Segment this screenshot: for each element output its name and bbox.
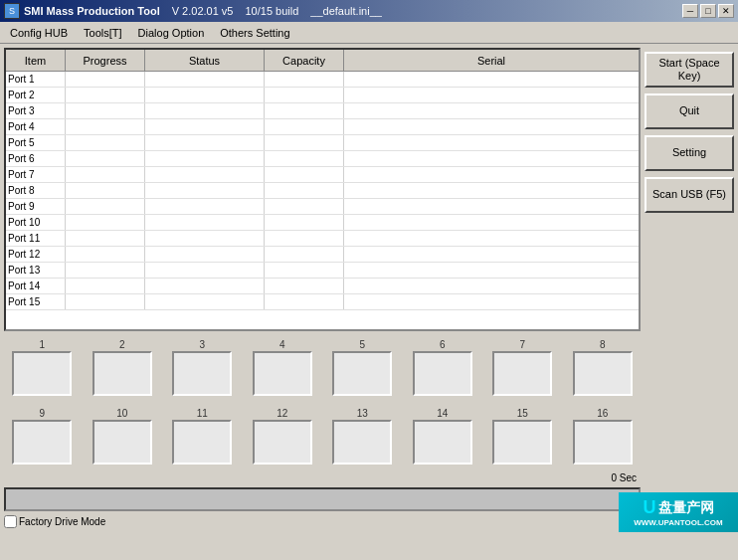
cell-item: Port 4 [6, 119, 66, 134]
setting-button[interactable]: Setting [645, 135, 734, 171]
port-number-5: 5 [359, 339, 365, 350]
cell-serial [344, 119, 639, 134]
port-item-5: 5 [324, 339, 401, 396]
build-text: 10/15 build [245, 5, 298, 17]
cell-status [145, 247, 265, 262]
cell-item: Port 14 [6, 279, 66, 293]
port-item-10: 10 [85, 408, 161, 465]
table-row: Port 4 [6, 119, 639, 135]
port-box-4[interactable] [253, 351, 312, 396]
cell-status [145, 88, 265, 102]
cell-capacity [265, 183, 344, 198]
table-row: Port 2 [6, 88, 639, 103]
port-box-12[interactable] [253, 420, 312, 465]
port-number-13: 13 [357, 408, 368, 419]
cell-status [145, 72, 265, 87]
port-box-10[interactable] [92, 420, 152, 465]
table-row: Port 13 [6, 263, 639, 279]
menu-dialog-option[interactable]: Dialog Option [130, 25, 213, 41]
cell-progress [66, 263, 145, 278]
table-row: Port 3 [6, 103, 639, 119]
cell-progress [66, 167, 145, 182]
cell-progress [66, 231, 145, 246]
port-number-12: 12 [277, 408, 287, 419]
port-box-15[interactable] [492, 420, 552, 465]
minimize-button[interactable]: ─ [682, 4, 698, 18]
cell-serial [344, 183, 639, 198]
cell-progress [66, 119, 145, 134]
menu-others-setting[interactable]: Others Setting [212, 25, 297, 41]
cell-serial [344, 294, 639, 309]
factory-drive-checkbox[interactable] [4, 515, 17, 528]
start-button[interactable]: Start (Space Key) [645, 52, 734, 88]
port-number-14: 14 [437, 408, 448, 419]
title-bar: S SMI Mass Production Tool V 2.02.01 v5 … [0, 0, 738, 22]
port-box-8[interactable] [573, 351, 633, 396]
table-row: Port 8 [6, 183, 639, 199]
port-box-7[interactable] [492, 351, 552, 396]
menu-config-hub[interactable]: Config HUB [2, 25, 76, 41]
port-box-9[interactable] [12, 420, 72, 465]
cell-capacity [265, 215, 344, 230]
cell-progress [66, 294, 145, 309]
main-table: Item Progress Status Capacity Serial Por… [4, 48, 641, 331]
progress-bar [4, 487, 641, 511]
port-box-5[interactable] [332, 351, 392, 396]
port-box-13[interactable] [332, 420, 392, 465]
port-box-3[interactable] [172, 351, 232, 396]
maximize-button[interactable]: □ [700, 4, 716, 18]
close-button[interactable]: ✕ [718, 4, 734, 18]
table-row: Port 9 [6, 199, 639, 215]
cell-status [145, 215, 265, 230]
table-row: Port 1 [6, 72, 639, 88]
cell-item: Port 12 [6, 247, 66, 262]
cell-progress [66, 183, 145, 198]
table-row: Port 7 [6, 167, 639, 183]
config-text: __default.ini__ [310, 5, 382, 17]
port-box-1[interactable] [12, 351, 72, 396]
scan-usb-button[interactable]: Scan USB (F5) [645, 177, 734, 213]
col-header-serial: Serial [344, 50, 639, 71]
cell-item: Port 3 [6, 103, 66, 118]
cell-status [145, 294, 265, 309]
cell-item: Port 13 [6, 263, 66, 278]
port-box-16[interactable] [573, 420, 633, 465]
port-item-16: 16 [565, 408, 642, 465]
col-header-status: Status [145, 50, 265, 71]
cell-capacity [265, 199, 344, 214]
cell-serial [344, 151, 639, 166]
table-row: Port 14 [6, 279, 639, 294]
col-header-item: Item [6, 50, 66, 71]
port-number-2: 2 [119, 339, 125, 350]
cell-serial [344, 167, 639, 182]
cell-capacity [265, 167, 344, 182]
cell-serial [344, 231, 639, 246]
port-box-2[interactable] [92, 351, 152, 396]
cell-progress [66, 88, 145, 102]
table-row: Port 11 [6, 231, 639, 247]
port-box-14[interactable] [413, 420, 472, 465]
port-number-7: 7 [519, 339, 525, 350]
port-number-16: 16 [597, 408, 608, 419]
cell-status [145, 119, 265, 134]
quit-button[interactable]: Quit [645, 93, 734, 129]
table-row: Port 6 [6, 151, 639, 167]
menu-tools[interactable]: Tools[T] [76, 25, 130, 41]
cell-capacity [265, 72, 344, 87]
cell-status [145, 199, 265, 214]
table-row: Port 12 [6, 247, 639, 263]
cell-progress [66, 103, 145, 118]
port-item-8: 8 [565, 339, 642, 396]
cell-capacity [265, 247, 344, 262]
cell-status [145, 135, 265, 150]
factory-drive-label: Factory Drive Mode [19, 516, 105, 527]
port-item-14: 14 [405, 408, 481, 465]
cell-capacity [265, 279, 344, 293]
cell-progress [66, 72, 145, 87]
cell-serial [344, 279, 639, 293]
right-panel: Start (Space Key) Quit Setting Scan USB … [645, 48, 734, 556]
port-box-6[interactable] [413, 351, 472, 396]
watermark: U 盘量产网 WWW.UPANTOOL.COM [619, 492, 738, 532]
port-number-3: 3 [199, 339, 205, 350]
port-box-11[interactable] [172, 420, 232, 465]
